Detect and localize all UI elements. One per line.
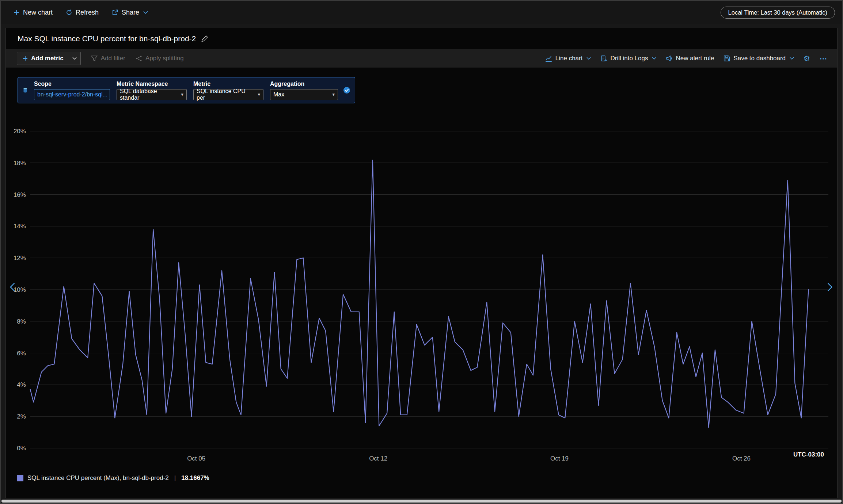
chevron-down-icon: ▾	[258, 92, 260, 97]
svg-text:14%: 14%	[14, 223, 26, 230]
new-alert-rule-button[interactable]: New alert rule	[666, 55, 714, 62]
time-range-picker[interactable]: Local Time: Last 30 days (Automatic)	[721, 7, 835, 19]
line-chart-icon	[545, 55, 552, 62]
metric-definition-row: Scope Metric Namespace SQL database stan…	[18, 77, 355, 103]
namespace-field: Metric Namespace SQL database standar ▾	[117, 81, 187, 100]
chart-pager-right[interactable]	[826, 282, 833, 293]
legend-label: SQL instance CPU percent (Max), bn-sql-d…	[27, 474, 169, 482]
chart-plot-region: 0%2%4%6%8%10%12%14%16%18%20%Oct 05Oct 12…	[6, 119, 837, 466]
add-filter-button: Add filter	[91, 55, 125, 62]
gear-icon[interactable]: ⚙	[804, 55, 810, 62]
metric-select[interactable]: SQL instance CPU per ▾	[193, 89, 263, 100]
namespace-label: Metric Namespace	[117, 81, 187, 87]
svg-text:4%: 4%	[17, 381, 26, 388]
chart-title-row: Max SQL instance CPU percent for bn-sql-…	[6, 28, 837, 49]
svg-text:Oct 05: Oct 05	[187, 455, 205, 462]
svg-text:6%: 6%	[17, 350, 26, 357]
new-chart-button[interactable]: New chart	[13, 9, 53, 16]
chevron-down-icon	[652, 57, 656, 60]
chevron-down-icon	[143, 11, 148, 14]
chevron-down-icon: ▾	[332, 92, 335, 97]
new-chart-label: New chart	[23, 9, 53, 16]
save-to-dashboard-button[interactable]: Save to dashboard	[724, 55, 794, 62]
chevron-down-icon	[72, 57, 77, 60]
metrics-line-chart[interactable]: 0%2%4%6%8%10%12%14%16%18%20%Oct 05Oct 12…	[6, 119, 837, 466]
metrics-chart-card: Max SQL instance CPU percent for bn-sql-…	[5, 28, 838, 498]
chart-legend[interactable]: SQL instance CPU percent (Max), bn-sql-d…	[17, 474, 209, 482]
refresh-label: Refresh	[76, 9, 99, 16]
drill-into-logs-button[interactable]: Drill into Logs	[600, 55, 656, 62]
chevron-right-icon	[827, 283, 832, 291]
apply-splitting-label: Apply splitting	[145, 55, 184, 62]
namespace-value: SQL database standar	[120, 88, 178, 101]
edit-title-icon[interactable]	[201, 35, 208, 42]
refresh-icon	[66, 9, 72, 16]
add-filter-label: Add filter	[101, 55, 125, 62]
share-label: Share	[122, 9, 139, 16]
new-alert-rule-label: New alert rule	[676, 55, 714, 62]
legend-swatch	[17, 475, 23, 481]
chart-toolbar: Add metric Add filter Apply splitting Li…	[6, 49, 837, 68]
svg-text:Oct 26: Oct 26	[732, 455, 751, 462]
ellipsis-icon[interactable]: ⋯	[820, 55, 828, 62]
share-icon	[112, 9, 118, 16]
refresh-button[interactable]: Refresh	[66, 9, 99, 16]
svg-text:12%: 12%	[14, 255, 26, 261]
scope-label: Scope	[34, 81, 110, 87]
legend-value: 18.1667%	[181, 474, 209, 482]
split-icon	[136, 55, 142, 62]
svg-text:16%: 16%	[14, 191, 26, 198]
chevron-down-icon	[790, 57, 794, 60]
add-metric-dropdown[interactable]	[69, 52, 80, 65]
chevron-down-icon: ▾	[181, 92, 183, 97]
chevron-left-icon	[10, 283, 15, 291]
metric-field: Metric SQL instance CPU per ▾	[193, 81, 263, 100]
metric-label: Metric	[193, 81, 263, 87]
horizontal-scrollbar[interactable]	[1, 500, 842, 503]
svg-text:0%: 0%	[17, 445, 26, 452]
namespace-select[interactable]: SQL database standar ▾	[117, 89, 187, 100]
filter-icon	[91, 55, 98, 62]
drill-into-logs-label: Drill into Logs	[610, 55, 648, 62]
add-metric-button[interactable]: Add metric	[17, 52, 81, 65]
share-button[interactable]: Share	[112, 9, 148, 16]
plus-icon	[22, 56, 28, 61]
sql-database-icon	[23, 85, 27, 95]
timezone-label: UTC-03:00	[793, 451, 824, 458]
aggregation-field: Aggregation Max ▾	[270, 81, 338, 100]
chart-type-selector[interactable]: Line chart	[545, 55, 591, 62]
svg-text:20%: 20%	[14, 128, 26, 135]
new-alert-rule-icon	[666, 55, 672, 62]
scope-input[interactable]	[34, 89, 110, 100]
plus-icon	[13, 9, 20, 16]
metric-value: SQL instance CPU per	[197, 88, 255, 101]
svg-text:8%: 8%	[17, 318, 26, 325]
svg-text:Oct 12: Oct 12	[369, 455, 387, 462]
drill-logs-icon	[600, 55, 607, 62]
aggregation-select[interactable]: Max ▾	[270, 89, 338, 100]
chart-title: Max SQL instance CPU percent for bn-sql-…	[18, 34, 196, 43]
chart-type-label: Line chart	[555, 55, 583, 62]
svg-text:2%: 2%	[17, 413, 26, 420]
aggregation-value: Max	[273, 91, 284, 98]
chevron-down-icon	[586, 57, 591, 60]
save-to-dashboard-label: Save to dashboard	[733, 55, 786, 62]
aggregation-label: Aggregation	[270, 81, 338, 87]
svg-text:Oct 19: Oct 19	[550, 455, 569, 462]
metric-valid-check-icon	[343, 87, 350, 94]
apply-splitting-button: Apply splitting	[136, 55, 184, 62]
scope-field: Scope	[34, 81, 110, 100]
chart-toolbar-right: Line chart Drill into Logs New alert rul…	[545, 55, 828, 62]
svg-text:18%: 18%	[14, 160, 26, 167]
chart-pager-left[interactable]	[9, 282, 16, 293]
add-metric-label: Add metric	[31, 55, 64, 62]
save-icon	[724, 55, 730, 62]
top-command-bar: New chart Refresh Share Local Time: Last…	[1, 1, 842, 24]
legend-separator: |	[174, 474, 176, 482]
